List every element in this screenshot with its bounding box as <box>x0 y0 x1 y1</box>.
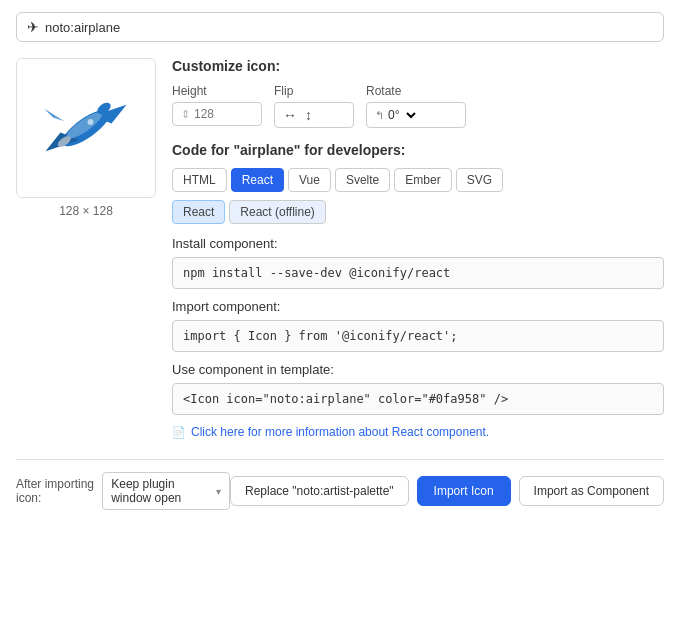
icon-box <box>16 58 156 198</box>
right-panel: Customize icon: Height ⇕ Flip ↔ ↕ <box>172 58 664 455</box>
code-tabs: HTML React Vue Svelte Ember SVG <box>172 168 664 192</box>
airplane-icon <box>38 80 134 176</box>
rotate-label: Rotate <box>366 84 466 98</box>
after-import-value: Keep plugin window open <box>111 477 208 505</box>
after-import-select[interactable]: Keep plugin window open ▾ <box>102 472 230 510</box>
install-input[interactable] <box>172 257 664 289</box>
footer-row: After importing icon: Keep plugin window… <box>16 459 664 510</box>
code-title: Code for "airplane" for developers: <box>172 142 664 158</box>
flip-vertical-icon[interactable]: ↕ <box>305 107 312 123</box>
height-input-wrap[interactable]: ⇕ <box>172 102 262 126</box>
doc-icon: 📄 <box>172 426 186 439</box>
svg-marker-3 <box>44 109 64 122</box>
tab-vue[interactable]: Vue <box>288 168 331 192</box>
tab-ember[interactable]: Ember <box>394 168 451 192</box>
flip-box[interactable]: ↔ ↕ <box>274 102 354 128</box>
after-import-label: After importing icon: <box>16 477 94 505</box>
tab-svelte[interactable]: Svelte <box>335 168 390 192</box>
icon-dimensions: 128 × 128 <box>59 204 113 218</box>
info-link-row: 📄 Click here for more information about … <box>172 425 664 439</box>
tab-react[interactable]: React <box>231 168 284 192</box>
import-icon-button[interactable]: Import Icon <box>417 476 511 506</box>
search-bar[interactable]: ✈ noto:airplane <box>16 12 664 42</box>
height-group: Height ⇕ <box>172 84 262 128</box>
tab-html[interactable]: HTML <box>172 168 227 192</box>
rotate-select[interactable]: ▾ <box>403 107 419 123</box>
import-component-button[interactable]: Import as Component <box>519 476 664 506</box>
code-subtabs: React React (offline) <box>172 200 664 224</box>
subtab-react[interactable]: React <box>172 200 225 224</box>
replace-button[interactable]: Replace "noto:artist-palette" <box>230 476 409 506</box>
rotate-box[interactable]: ↰ 0° ▾ <box>366 102 466 128</box>
import-label: Import component: <box>172 299 664 314</box>
use-input[interactable] <box>172 383 664 415</box>
rotate-group: Rotate ↰ 0° ▾ <box>366 84 466 128</box>
flip-label: Flip <box>274 84 354 98</box>
height-icon: ⇕ <box>181 108 190 121</box>
rotate-value: 0° <box>388 108 399 122</box>
install-label: Install component: <box>172 236 664 251</box>
after-import-group: After importing icon: Keep plugin window… <box>16 472 230 510</box>
search-input[interactable]: noto:airplane <box>45 20 653 35</box>
flip-horizontal-icon[interactable]: ↔ <box>283 107 297 123</box>
footer-buttons: Replace "noto:artist-palette" Import Ico… <box>230 476 664 506</box>
chevron-down-icon: ▾ <box>216 486 221 497</box>
flip-group: Flip ↔ ↕ <box>274 84 354 128</box>
airplane-search-icon: ✈ <box>27 19 39 35</box>
rotate-icon: ↰ <box>375 109 384 122</box>
import-input[interactable] <box>172 320 664 352</box>
info-link[interactable]: Click here for more information about Re… <box>191 425 489 439</box>
tab-svg[interactable]: SVG <box>456 168 503 192</box>
icon-preview-panel: 128 × 128 <box>16 58 156 455</box>
svg-point-6 <box>88 119 94 125</box>
use-label: Use component in template: <box>172 362 664 377</box>
customize-controls: Height ⇕ Flip ↔ ↕ Rotate <box>172 84 664 128</box>
height-label: Height <box>172 84 262 98</box>
height-input[interactable] <box>194 107 244 121</box>
subtab-react-offline[interactable]: React (offline) <box>229 200 325 224</box>
customize-title: Customize icon: <box>172 58 664 74</box>
